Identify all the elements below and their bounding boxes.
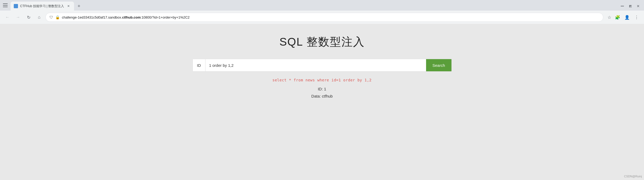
tab-bar: CTFHub 技能学习 | 整数型注入 ✕ + ✕ <box>0 0 644 11</box>
lock-icon: 🔒 <box>55 15 60 19</box>
reload-button[interactable]: ↻ <box>24 13 33 21</box>
search-input[interactable] <box>205 59 426 71</box>
address-text[interactable]: challenge-1ed33431c5d0af17.sandbox.ctfhu… <box>62 15 599 19</box>
home-button[interactable]: ⌂ <box>35 13 43 21</box>
bookmark-star-icon[interactable]: ☆ <box>608 15 611 20</box>
svg-rect-1 <box>3 5 8 6</box>
profile-icon[interactable]: 👤 <box>623 13 631 21</box>
toolbar-right: 🧩 👤 ⋮ <box>613 13 641 21</box>
svg-rect-2 <box>3 7 8 7</box>
svg-rect-0 <box>3 3 8 4</box>
watermark: CSDN@Ruinj <box>624 175 642 178</box>
address-input-container[interactable]: 🛡 🔒 challenge-1ed33431c5d0af17.sandbox.c… <box>45 13 603 22</box>
forward-button[interactable]: → <box>14 13 22 21</box>
result-area: ID: 1 Data: ctfhub <box>311 85 333 100</box>
page-title: SQL 整数型注入 <box>279 34 364 49</box>
result-id: ID: 1 <box>311 85 333 93</box>
page-content: SQL 整数型注入 ID Search select * from news w… <box>0 24 644 180</box>
tab-close-button[interactable]: ✕ <box>66 4 71 8</box>
new-tab-button[interactable]: + <box>75 2 83 10</box>
window-maximize-button[interactable] <box>627 2 634 10</box>
result-data: Data: ctfhub <box>311 93 333 100</box>
active-tab[interactable]: CTFHub 技能学习 | 整数型注入 ✕ <box>11 2 74 11</box>
tab-favicon <box>14 4 18 8</box>
address-bar: ← → ↻ ⌂ 🛡 🔒 challenge-1ed33431c5d0af17.s… <box>0 11 644 24</box>
back-button[interactable]: ← <box>3 13 12 21</box>
window-controls: ✕ <box>619 2 644 10</box>
sql-query-display: select * from news where id=1 order by 1… <box>272 78 372 82</box>
shield-icon: 🛡 <box>49 15 53 19</box>
browser-chrome: CTFHub 技能学习 | 整数型注入 ✕ + ✕ ← → ↻ ⌂ 🛡 🔒 ch… <box>0 0 644 24</box>
extensions-icon[interactable]: 🧩 <box>613 13 622 21</box>
window-minimize-button[interactable] <box>619 2 626 10</box>
window-close-button[interactable]: ✕ <box>634 2 642 10</box>
svg-rect-3 <box>621 6 624 6</box>
search-button[interactable]: Search <box>426 59 451 71</box>
id-label: ID <box>193 59 205 71</box>
main-container: SQL 整数型注入 ID Search select * from news w… <box>180 24 464 110</box>
search-row: ID Search <box>193 59 452 72</box>
sidebar-toggle-button[interactable] <box>0 0 11 11</box>
menu-icon[interactable]: ⋮ <box>632 13 641 21</box>
tab-title: CTFHub 技能学习 | 整数型注入 <box>20 4 64 8</box>
